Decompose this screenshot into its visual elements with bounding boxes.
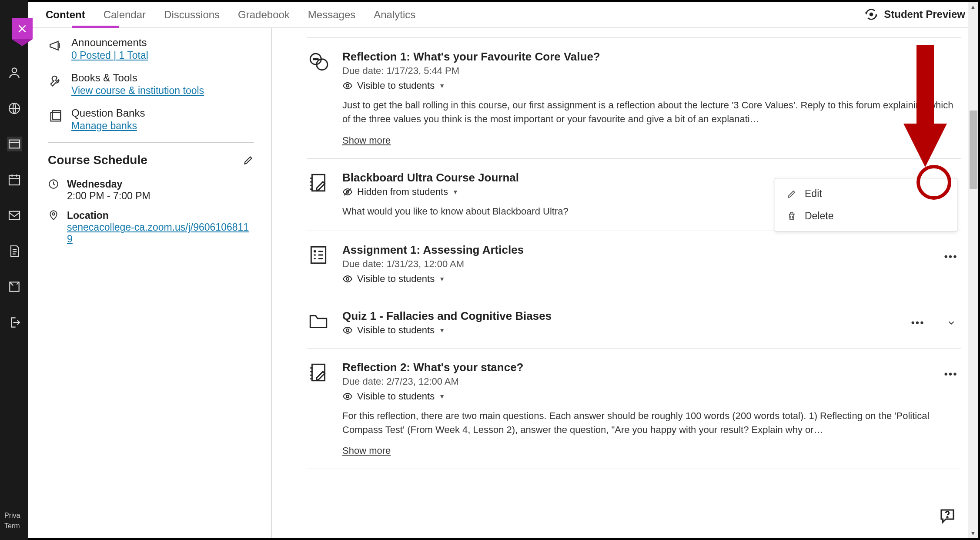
visibility-toggle[interactable]: Visible to students▼ bbox=[342, 391, 961, 402]
visibility-label: Visible to students bbox=[357, 325, 435, 336]
visibility-toggle[interactable]: Visible to students▼ bbox=[342, 325, 961, 336]
menu-delete[interactable]: Delete bbox=[775, 205, 957, 227]
books-title: Books & Tools bbox=[71, 72, 204, 84]
help-button[interactable] bbox=[938, 507, 957, 525]
menu-edit-label: Edit bbox=[805, 188, 822, 200]
sidebar-announcements: Announcements 0 Posted | 1 Total bbox=[48, 37, 254, 61]
item-description: Just to get the ball rolling in this cou… bbox=[342, 98, 961, 126]
wrench-icon bbox=[48, 72, 64, 97]
student-preview-button[interactable]: Student Preview bbox=[865, 8, 965, 21]
content-item: Reflection 1: What's your Favourite Core… bbox=[307, 38, 961, 159]
show-more-link[interactable]: Show more bbox=[342, 445, 391, 456]
item-description: For this reflection, there are two main … bbox=[342, 409, 961, 437]
svg-rect-3 bbox=[9, 176, 20, 185]
tab-messages[interactable]: Messages bbox=[308, 9, 355, 21]
global-nav-rail: Priva Term bbox=[0, 0, 28, 540]
svg-point-20 bbox=[346, 278, 349, 280]
terms-link-truncated[interactable]: Term bbox=[4, 521, 20, 531]
svg-point-6 bbox=[870, 13, 873, 16]
grades-icon[interactable] bbox=[7, 244, 22, 258]
item-title[interactable]: Assignment 1: Assessing Articles bbox=[342, 243, 961, 257]
svg-point-10 bbox=[52, 213, 54, 215]
content-item: Assignment 1: Assessing Articles Due dat… bbox=[307, 231, 961, 297]
svg-point-23 bbox=[346, 395, 349, 398]
globe-icon[interactable] bbox=[7, 101, 22, 116]
caret-down-icon: ▼ bbox=[439, 82, 445, 89]
course-page: Content Calendar Discussions Gradebook M… bbox=[28, 0, 980, 540]
caret-down-icon: ▼ bbox=[439, 393, 445, 400]
svg-point-21 bbox=[346, 329, 349, 332]
item-due-date: Due date: 1/31/23, 12:00 AM bbox=[342, 258, 961, 270]
item-due-date: Due date: 1/17/23, 5:44 PM bbox=[342, 65, 961, 77]
vertical-scrollbar[interactable]: ▲ ▼ bbox=[968, 2, 978, 538]
edit-schedule-button[interactable] bbox=[243, 154, 254, 166]
announcements-link[interactable]: 0 Posted | 1 Total bbox=[71, 50, 148, 61]
svg-point-24 bbox=[947, 517, 948, 518]
tab-analytics[interactable]: Analytics bbox=[374, 9, 415, 21]
item-more-button[interactable]: ••• bbox=[941, 364, 961, 384]
schedule-location-label: Location bbox=[67, 210, 254, 221]
item-title[interactable]: Reflection 2: What's your stance? bbox=[342, 361, 961, 374]
visibility-label: Visible to students bbox=[357, 273, 435, 285]
svg-marker-26 bbox=[903, 124, 947, 167]
schedule-day: Wednesday bbox=[67, 178, 151, 190]
sidebar-qbanks: Question Banks Manage banks bbox=[48, 107, 254, 132]
svg-point-14 bbox=[315, 59, 317, 60]
clock-icon bbox=[48, 178, 59, 202]
caret-down-icon: ▼ bbox=[452, 188, 458, 195]
tab-gradebook[interactable]: Gradebook bbox=[238, 9, 290, 21]
visibility-label: Visible to students bbox=[357, 80, 435, 91]
privacy-link-truncated[interactable]: Priva bbox=[4, 510, 20, 521]
content-list: Reflection 1: What's your Favourite Core… bbox=[272, 28, 978, 538]
course-tabs: Content Calendar Discussions Gradebook M… bbox=[28, 2, 978, 28]
bank-icon bbox=[48, 107, 64, 132]
rail-footer: Priva Term bbox=[4, 510, 20, 531]
item-title[interactable]: Quiz 1 - Fallacies and Cognitive Biases bbox=[342, 309, 961, 323]
visibility-label: Visible to students bbox=[357, 391, 435, 402]
annotation-arrow bbox=[903, 45, 947, 176]
show-more-link[interactable]: Show more bbox=[342, 135, 391, 146]
item-type-icon bbox=[307, 309, 330, 333]
item-type-icon bbox=[307, 171, 330, 195]
sidebar-books: Books & Tools View course & institution … bbox=[48, 72, 254, 97]
messages-icon[interactable] bbox=[7, 208, 22, 223]
visibility-toggle[interactable]: Visible to students▼ bbox=[342, 273, 961, 285]
tab-content[interactable]: Content bbox=[46, 9, 85, 21]
student-preview-label: Student Preview bbox=[884, 8, 965, 20]
scrollbar-thumb[interactable] bbox=[970, 111, 977, 189]
item-type-icon bbox=[307, 361, 330, 384]
svg-rect-2 bbox=[9, 140, 20, 148]
schedule-location-link[interactable]: senecacollege-ca.zoom.us/j/96061068119 bbox=[67, 221, 249, 245]
qbanks-link[interactable]: Manage banks bbox=[71, 120, 137, 131]
content-item: Reflection 2: What's your stance? Due da… bbox=[307, 349, 961, 470]
svg-rect-4 bbox=[9, 211, 20, 220]
svg-rect-25 bbox=[916, 45, 934, 128]
item-expand-button[interactable] bbox=[941, 313, 961, 333]
schedule-header: Course Schedule bbox=[48, 142, 254, 167]
visibility-label: Hidden from students bbox=[357, 186, 448, 198]
content-item: Quiz 1 - Fallacies and Cognitive Biases … bbox=[307, 297, 961, 349]
profile-icon[interactable] bbox=[7, 65, 22, 80]
item-more-button[interactable]: ••• bbox=[908, 313, 928, 333]
annotation-circle bbox=[916, 165, 951, 200]
item-type-icon bbox=[307, 50, 330, 74]
close-panel-button[interactable] bbox=[12, 18, 33, 39]
tab-discussions[interactable]: Discussions bbox=[164, 9, 220, 21]
menu-delete-label: Delete bbox=[805, 210, 833, 222]
active-tab-indicator bbox=[72, 26, 119, 28]
schedule-heading: Course Schedule bbox=[48, 153, 147, 167]
item-due-date: Due date: 2/7/23, 12:00 AM bbox=[342, 376, 961, 387]
item-title[interactable]: Reflection 1: What's your Favourite Core… bbox=[342, 50, 961, 64]
tab-calendar[interactable]: Calendar bbox=[104, 9, 146, 21]
signout-icon[interactable] bbox=[7, 315, 22, 330]
tools-icon[interactable] bbox=[7, 279, 22, 294]
calendar-icon[interactable] bbox=[7, 172, 22, 187]
visibility-toggle[interactable]: Visible to students▼ bbox=[342, 80, 961, 91]
caret-down-icon: ▼ bbox=[439, 275, 445, 282]
announcements-title: Announcements bbox=[71, 37, 148, 49]
courses-icon[interactable] bbox=[7, 137, 22, 151]
svg-point-0 bbox=[12, 68, 17, 73]
books-link[interactable]: View course & institution tools bbox=[71, 85, 204, 96]
item-more-button[interactable]: ••• bbox=[941, 247, 961, 267]
details-sidebar: Announcements 0 Posted | 1 Total Books &… bbox=[28, 28, 272, 538]
